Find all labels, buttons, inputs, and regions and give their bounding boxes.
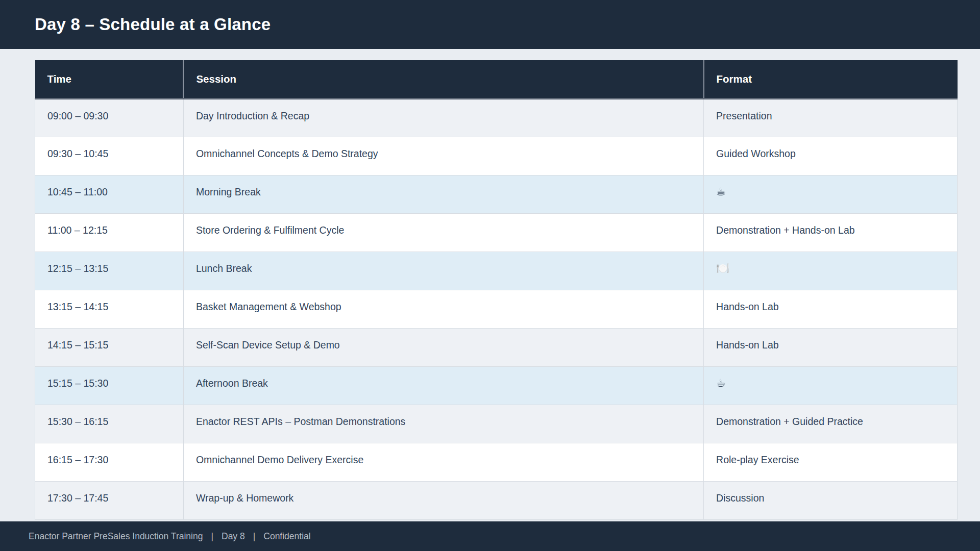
session-cell: Self-Scan Device Setup & Demo [183,328,703,366]
session-cell: Lunch Break [183,252,703,290]
time-cell: 10:45 – 11:00 [35,175,184,213]
header-row: Time Session Format [35,60,958,98]
table-row: 10:45 – 11:00Morning Break☕ [35,175,958,213]
time-cell: 17:30 – 17:45 [35,481,184,519]
format-cell: Hands-on Lab [704,290,958,328]
title-bar: Day 8 – Schedule at a Glance [0,0,980,49]
session-cell: Store Ordering & Fulfilment Cycle [183,213,703,252]
table-row: 09:00 – 09:30Day Introduction & RecapPre… [35,98,958,137]
page-title: Day 8 – Schedule at a Glance [35,15,271,34]
session-cell: Omnichannel Concepts & Demo Strategy [183,137,703,175]
table-row: 17:30 – 17:45Wrap-up & HomeworkDiscussio… [35,481,958,519]
fork-knife-plate-icon: 🍽️ [716,262,729,274]
format-cell: Discussion [704,481,958,519]
format-cell: Hands-on Lab [704,328,958,366]
table-row: 12:15 – 13:15Lunch Break🍽️ [35,252,958,290]
table-row: 11:00 – 12:15Store Ordering & Fulfilment… [35,213,958,252]
format-cell: Guided Workshop [704,137,958,175]
format-cell: ☕ [704,366,958,405]
format-cell: 🍽️ [704,252,958,290]
table-row: 09:30 – 10:45Omnichannel Concepts & Demo… [35,137,958,175]
session-cell: Omnichannel Demo Delivery Exercise [183,443,703,481]
table-row: 15:15 – 15:30Afternoon Break☕ [35,366,958,405]
session-cell: Day Introduction & Recap [183,98,703,137]
schedule-table: Time Session Format 09:00 – 09:30Day Int… [35,60,958,520]
format-cell: ☕ [704,175,958,213]
footer-course: Enactor Partner PreSales Induction Train… [29,531,203,542]
table-body: 09:00 – 09:30Day Introduction & RecapPre… [35,98,958,519]
time-cell: 16:15 – 17:30 [35,443,184,481]
footer-bar: Enactor Partner PreSales Induction Train… [0,521,980,551]
time-cell: 11:00 – 12:15 [35,213,184,252]
coffee-cup-icon: ☕ [716,377,726,389]
format-cell: Demonstration + Hands-on Lab [704,213,958,252]
column-header-format: Format [704,60,958,98]
session-cell: Afternoon Break [183,366,703,405]
table-row: 13:15 – 14:15Basket Management & Webshop… [35,290,958,328]
format-cell: Demonstration + Guided Practice [704,405,958,443]
session-cell: Enactor REST APIs – Postman Demonstratio… [183,405,703,443]
time-cell: 14:15 – 15:15 [35,328,184,366]
table-row: 14:15 – 15:15Self-Scan Device Setup & De… [35,328,958,366]
footer-day: Day 8 [222,531,245,542]
footer-separator: | [211,531,213,542]
column-header-session: Session [183,60,703,98]
time-cell: 15:30 – 16:15 [35,405,184,443]
time-cell: 09:30 – 10:45 [35,137,184,175]
format-cell: Presentation [704,98,958,137]
slide: Day 8 – Schedule at a Glance Time Sessio… [0,0,980,551]
time-cell: 09:00 – 09:30 [35,98,184,137]
table-row: 15:30 – 16:15Enactor REST APIs – Postman… [35,405,958,443]
time-cell: 15:15 – 15:30 [35,366,184,405]
session-cell: Wrap-up & Homework [183,481,703,519]
schedule-table-container: Time Session Format 09:00 – 09:30Day Int… [35,60,958,520]
table-row: 16:15 – 17:30Omnichannel Demo Delivery E… [35,443,958,481]
session-cell: Basket Management & Webshop [183,290,703,328]
footer-separator: | [253,531,256,542]
time-cell: 13:15 – 14:15 [35,290,184,328]
session-cell: Morning Break [183,175,703,213]
time-cell: 12:15 – 13:15 [35,252,184,290]
coffee-cup-icon: ☕ [716,186,726,197]
footer-classification: Confidential [263,531,310,542]
table-header: Time Session Format [35,60,958,98]
format-cell: Role-play Exercise [704,443,958,481]
column-header-time: Time [35,60,184,98]
